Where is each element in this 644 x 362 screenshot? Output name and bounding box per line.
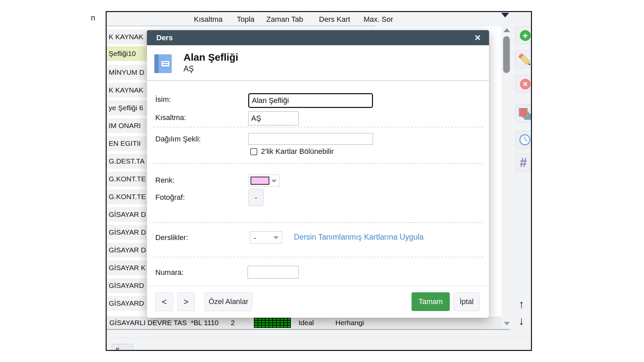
chevron-down-icon — [271, 180, 277, 183]
dagilim-label: Dağılım Şekli: — [155, 135, 201, 143]
column-header-ders-karti[interactable]: Ders Kart — [319, 12, 357, 26]
column-menu-caret-icon[interactable] — [501, 13, 509, 17]
dialog-titlebar[interactable]: Ders ✕ — [147, 30, 489, 45]
dashed-divider — [153, 163, 483, 164]
copy-button[interactable] — [515, 105, 531, 123]
course-name-heading: Alan Şefliği — [183, 52, 238, 63]
clock-icon — [516, 131, 531, 148]
fotograf-button[interactable]: - — [248, 189, 264, 206]
kartlar-bolunebilir-label: 2'lik Kartlar Bölünebilir — [261, 147, 334, 156]
scrollbar-up-icon[interactable] — [503, 28, 510, 32]
table-row-bottom[interactable]: GİSAYARLI DEVRE TAS *BL 1110 2 Ideal Her… — [107, 316, 501, 329]
row-label: G.DEST.TA — [107, 154, 147, 169]
grid-button[interactable]: # — [515, 154, 531, 172]
row-label: MİNYUM D — [107, 65, 147, 80]
isim-label: İsim: — [155, 95, 171, 104]
course-short-heading: AŞ — [183, 64, 194, 73]
dashed-divider — [153, 127, 483, 127]
kartlar-bolunebilir-checkbox[interactable] — [250, 148, 257, 155]
row-label: K KAYNAK — [107, 83, 147, 98]
chart-icon — [118, 347, 119, 350]
cards-grid-icon — [254, 318, 291, 328]
isim-input[interactable] — [248, 93, 373, 108]
row-label: G.KONT.TE — [107, 189, 147, 204]
row-label: G.KONT.TE — [107, 172, 147, 186]
add-icon: + — [520, 30, 531, 41]
time-button[interactable] — [515, 131, 531, 149]
grid-hash-icon: # — [516, 154, 531, 171]
chart-icon — [116, 348, 117, 350]
dashed-divider — [153, 257, 483, 257]
footer-divider — [147, 286, 489, 286]
row-label: GİSAYARD — [107, 296, 147, 311]
prev-button[interactable]: < — [155, 292, 173, 311]
next-button[interactable]: > — [177, 292, 195, 311]
tamam-button[interactable]: Tamam — [412, 292, 450, 311]
cell-ideal: Ideal — [299, 316, 314, 329]
bottom-left-partial-button[interactable] — [112, 344, 133, 350]
ders-dialog: Ders ✕ Alan Şefliği AŞ İsim: Kısaltma: D… — [147, 30, 489, 318]
edit-button[interactable] — [515, 50, 531, 68]
dashed-divider — [153, 222, 483, 223]
dialog-title: Ders — [156, 30, 173, 45]
numara-input[interactable] — [248, 266, 299, 279]
course-book-icon — [154, 54, 172, 73]
scrollbar-thumb[interactable] — [503, 36, 510, 73]
row-label: GİSAYAR D — [107, 243, 147, 257]
numara-label: Numara: — [155, 268, 183, 277]
row-label: GİSAYAR D — [107, 207, 147, 222]
renk-dropdown[interactable] — [248, 175, 280, 187]
pencil-icon — [516, 51, 531, 68]
column-header-toplam[interactable]: Topla — [237, 12, 262, 26]
row-label: Şefliği10 — [107, 46, 147, 61]
kisaltma-label: Kısaltma: — [155, 113, 186, 122]
close-icon[interactable]: ✕ — [474, 30, 481, 45]
row-label: GİSAYAR D — [107, 225, 147, 240]
column-header-zaman-tablosu[interactable]: Zaman Tab — [266, 12, 312, 26]
table-bottom-border — [107, 329, 510, 330]
iptal-button[interactable]: İptal — [453, 292, 480, 311]
move-up-arrow[interactable]: ↑ — [519, 298, 524, 311]
delete-button[interactable]: ✕ — [515, 75, 531, 93]
dagilim-input[interactable] — [248, 133, 373, 145]
row-label: ye Şefliği 6 — [107, 101, 147, 115]
cell-room: *BL 1110 — [191, 316, 219, 329]
row-label: GİSAYAR K — [107, 260, 147, 275]
add-button[interactable]: + — [515, 26, 531, 44]
status-divider — [107, 338, 531, 338]
cell-course-name: GİSAYARLI DEVRE TAS — [109, 316, 187, 329]
section-divider — [147, 80, 489, 81]
cell-herhangi: Herhangi — [335, 316, 364, 329]
row-label: IM ONARI — [107, 118, 147, 133]
derslikler-value: - — [254, 234, 256, 242]
app-window: Kısaltma Topla Zaman Tab Ders Kart Max. … — [106, 11, 532, 351]
row-label: EN EGITII — [107, 136, 147, 151]
header-underline — [107, 26, 375, 26]
delete-icon: ✕ — [520, 79, 531, 89]
row-label: K KAYNAK — [107, 29, 147, 44]
scrollbar-down-icon[interactable] — [504, 322, 510, 325]
derslikler-label: Derslikler: — [155, 233, 188, 242]
derslikler-dropdown[interactable]: - — [250, 231, 282, 244]
color-swatch — [251, 177, 269, 185]
move-down-arrow[interactable]: ↓ — [519, 314, 524, 327]
stray-text: n — [91, 13, 95, 22]
column-header-kisaltma[interactable]: Kısaltma — [194, 12, 234, 26]
row-label: GİSAYARD — [107, 278, 147, 293]
apply-to-cards-link[interactable]: Dersin Tanımlanmış Kartlarına Uygula — [294, 233, 424, 242]
screenshot-stage: n Kısaltma Topla Zaman Tab Ders Kart Max… — [0, 0, 644, 362]
chevron-down-icon — [273, 236, 279, 239]
copy-icon — [519, 108, 528, 117]
fotograf-label: Fotoğraf: — [155, 193, 185, 202]
kisaltma-input[interactable] — [248, 111, 299, 125]
cell-count: 2 — [231, 316, 235, 329]
renk-label: Renk: — [155, 176, 174, 185]
column-header-max-sor[interactable]: Max. Sor — [364, 12, 394, 26]
ozel-alanlar-button[interactable]: Özel Alanlar — [205, 292, 252, 311]
